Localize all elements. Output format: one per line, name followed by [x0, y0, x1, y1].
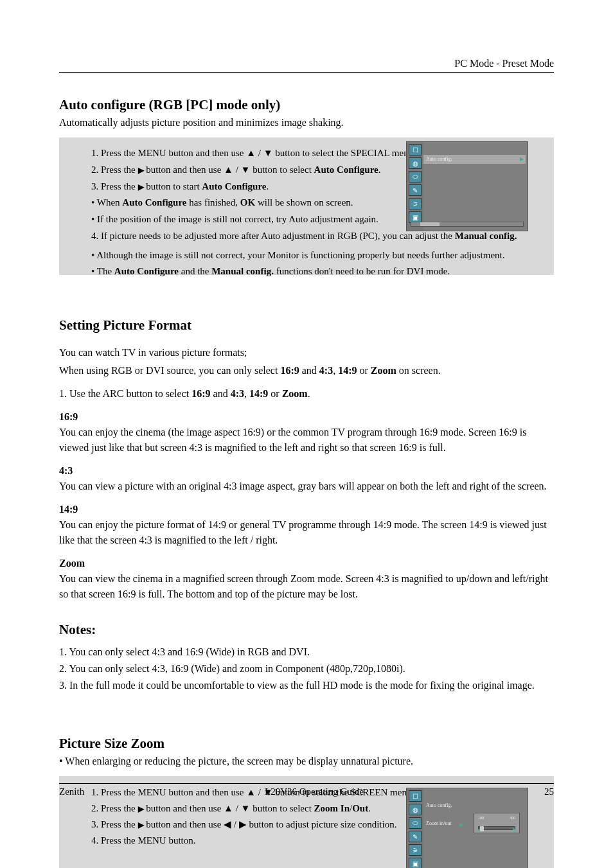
section-title-zoom: Picture Size Zoom — [59, 736, 554, 752]
format-intro: You can watch TV in various picture form… — [59, 345, 554, 360]
osd-preview-zoom: ☐ ◍ ⬭ ✎ ⚞ ▣ Auto config. Zoom in/out ▶ ◀… — [406, 788, 528, 869]
pencil-icon: ✎ — [409, 831, 422, 842]
right-triangle-icon: ▶ — [138, 182, 144, 193]
note-1: 1. You can only select 4:3 and 16:9 (Wid… — [59, 644, 554, 660]
osd-row-label: Auto config. — [426, 156, 452, 162]
osd-label-zoom: Zoom in/out — [426, 820, 452, 826]
aspect-169-label: 16:9 — [59, 409, 554, 425]
footer-page: 25 — [544, 786, 554, 797]
osd-indicator-icon: ▶ — [520, 156, 524, 162]
slider-right-icon: ▶ — [513, 827, 516, 832]
footer-model: L20V36 Operating Guide — [265, 786, 364, 797]
aspect-43-label: 4:3 — [59, 463, 554, 479]
osd-preview-autoconf: ☐ ◍ ⬭ ✎ ⚞ ▣ Auto config. ▶ — [406, 141, 528, 231]
notes-heading: Notes: — [59, 620, 554, 641]
note-3: 3. In the full mode it could be uncomfor… — [59, 678, 554, 693]
section-title-autoconf: Auto configure (RGB [PC] mode only) — [59, 97, 554, 113]
format-note-sources: When using RGB or DVI source, you can on… — [59, 363, 554, 378]
aspect-43-desc: You can view a picture with an original … — [59, 479, 554, 494]
slider-min-label: 100 — [478, 816, 484, 820]
tv-icon: ☐ — [409, 144, 422, 155]
running-head: PC Mode - Preset Mode — [454, 58, 554, 69]
sliders-icon: ⚞ — [409, 844, 422, 856]
aspect-zoom-desc: You can view the cinema in a magnified s… — [59, 571, 554, 602]
pip-icon: ▣ — [409, 858, 422, 869]
oval-icon: ⬭ — [409, 817, 422, 829]
note-2: 2. You can only select 4:3, 16:9 (Wide) … — [59, 661, 554, 677]
right-triangle-icon: ▶ — [138, 803, 144, 815]
right-triangle-icon: ▶ — [138, 819, 144, 831]
globe-icon: ◍ — [409, 157, 422, 169]
autoconf-step4: 4. If picture needs to be adjusted more … — [91, 229, 522, 244]
autoconf-note2: • The Auto Configure and the Manual conf… — [91, 265, 522, 279]
right-triangle-icon: ▶ — [138, 165, 144, 176]
aspect-169-desc: You can enjoy the cinema (the image aspe… — [59, 425, 554, 456]
autoconf-subtitle: Automatically adjusts picture position a… — [59, 117, 554, 128]
osd-label-autoconf: Auto config. — [426, 802, 452, 808]
footer-brand: Zenith — [59, 786, 84, 797]
autoconf-note1: • Although the image is still not correc… — [91, 249, 522, 263]
zoom-sub: • When enlarging or reducing the picture… — [59, 756, 554, 767]
aspect-149-desc: You can enjoy the picture format of 14:9… — [59, 517, 554, 548]
format-step1: 1. Use the ARC button to select 16:9 and… — [59, 386, 554, 402]
globe-icon: ◍ — [409, 804, 422, 815]
autoconf-graybox: 1. Press the MENU button and then use ▲ … — [59, 137, 554, 275]
section-title-format: Setting Picture Format — [59, 317, 554, 333]
aspect-149-label: 14:9 — [59, 502, 554, 517]
slider-max-label: 300 — [510, 816, 515, 820]
oval-icon: ⬭ — [409, 171, 422, 182]
pencil-icon: ✎ — [409, 184, 422, 196]
sliders-icon: ⚞ — [409, 198, 422, 209]
aspect-zoom-label: Zoom — [59, 556, 554, 571]
